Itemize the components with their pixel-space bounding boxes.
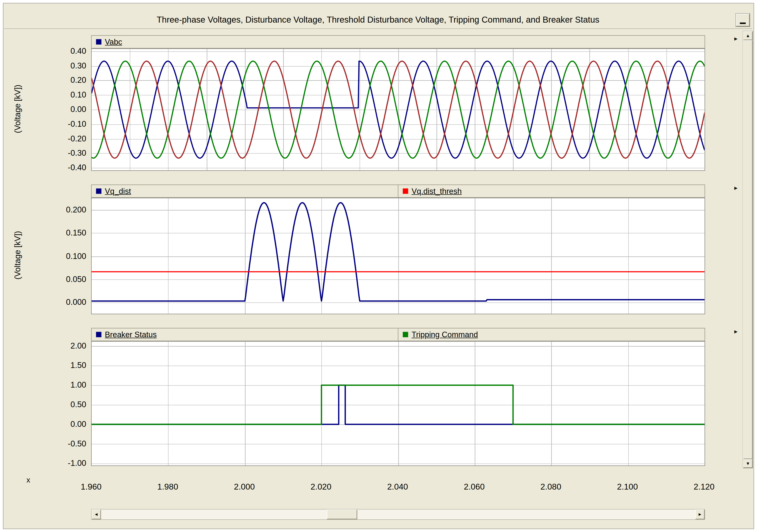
horizontal-scrollbar-thumb[interactable] xyxy=(327,510,357,519)
y-tick-label: 0.50 xyxy=(47,400,87,409)
scroll-down-arrow-icon[interactable]: ▼ xyxy=(743,459,753,468)
y-ticks-vabc: 0.400.300.200.100.00-0.10-0.20-0.30-0.40 xyxy=(47,48,87,170)
x-tick-label: 2.000 xyxy=(222,482,266,492)
y-axis-title-vq: (Voltage [kV]) xyxy=(13,182,22,328)
vertical-scrollbar-thumb[interactable] xyxy=(743,40,753,459)
y-tick-label: -0.20 xyxy=(47,134,87,143)
x-tick-label: 2.120 xyxy=(682,482,726,492)
legend-item[interactable]: Vabc xyxy=(92,36,705,48)
title-bar[interactable]: Three-phase Voltages, Disturbance Voltag… xyxy=(4,11,752,29)
legend-label: Vq.dist_thresh xyxy=(411,187,462,195)
y-tick-label: 0.10 xyxy=(47,90,87,99)
x-tick-label: 2.060 xyxy=(452,482,497,492)
legend-label: Tripping Command xyxy=(411,330,478,339)
y-tick-label: 0.050 xyxy=(47,274,87,283)
y-tick-label: 0.150 xyxy=(47,228,87,237)
y-tick-label: -1.00 xyxy=(47,459,87,467)
legend-item[interactable]: Vq.dist_thresh xyxy=(398,185,705,197)
legend-bar-breaker: Breaker StatusTripping Command xyxy=(91,328,705,341)
y-tick-label: 1.00 xyxy=(47,380,87,389)
y-ticks-breaker: 2.001.501.000.500.00-0.50-1.00 xyxy=(47,341,87,465)
legend-swatch xyxy=(403,332,408,337)
scroll-up-arrow-icon[interactable]: ▲ xyxy=(743,31,753,40)
legend-swatch xyxy=(96,332,102,337)
y-tick-label: 0.000 xyxy=(47,297,87,306)
y-axis-title-vabc: (Voltage [kV]) xyxy=(13,35,22,182)
legend-item[interactable]: Vq_dist xyxy=(92,185,398,197)
y-tick-label: 0.00 xyxy=(47,419,87,428)
plot-area-vq[interactable] xyxy=(91,198,705,314)
y-tick-label: -0.30 xyxy=(47,149,87,157)
plot-canvas-vq xyxy=(92,198,705,314)
scroll-left-arrow-icon[interactable]: ◄ xyxy=(92,510,101,519)
y-tick-label: -0.10 xyxy=(47,119,87,128)
scroll-right-arrow-icon[interactable]: ► xyxy=(695,510,705,519)
panel-expand-arrow-icon[interactable]: ► xyxy=(732,34,740,43)
plot-canvas-breaker xyxy=(92,342,705,466)
legend-bar-vabc: Vabc xyxy=(91,35,705,48)
y-tick-label: 2.00 xyxy=(47,341,87,350)
x-tick-labels: 1.9601.9802.0002.0202.0402.0602.0802.100… xyxy=(91,482,704,493)
y-tick-label: 0.200 xyxy=(47,205,87,214)
legend-item[interactable]: Tripping Command xyxy=(398,328,705,341)
y-tick-label: 0.100 xyxy=(47,251,87,260)
y-tick-label: 0.30 xyxy=(47,61,87,70)
x-tick-label: 2.080 xyxy=(529,482,573,492)
y-tick-label: 1.50 xyxy=(47,361,87,370)
legend-swatch xyxy=(96,39,102,44)
panel-expand-arrow-icon[interactable]: ► xyxy=(732,183,740,192)
plot-area-breaker[interactable] xyxy=(91,341,705,466)
y-tick-label: -0.50 xyxy=(47,439,87,448)
x-tick-label: 2.100 xyxy=(605,482,650,492)
vertical-scrollbar[interactable]: ▲ ▼ xyxy=(743,31,753,468)
x-axis-label: x xyxy=(26,476,30,484)
legend-swatch xyxy=(403,188,408,194)
y-ticks-vq: 0.2000.1500.1000.0500.000 xyxy=(47,198,87,313)
y-tick-label: 0.40 xyxy=(47,46,87,55)
minimize-icon xyxy=(740,23,746,24)
x-tick-label: 2.040 xyxy=(376,482,420,492)
y-tick-label: 0.20 xyxy=(47,75,87,84)
minimize-button[interactable] xyxy=(736,14,749,26)
legend-label: Vabc xyxy=(105,38,122,46)
y-tick-label: -0.40 xyxy=(47,163,87,172)
x-tick-label: 1.980 xyxy=(146,482,190,492)
y-tick-label: 0.00 xyxy=(47,105,87,113)
panel-expand-arrow-icon[interactable]: ► xyxy=(732,327,740,336)
legend-swatch xyxy=(96,188,102,194)
legend-bar-vq: Vq_distVq.dist_thresh xyxy=(91,184,705,198)
legend-item[interactable]: Breaker Status xyxy=(92,328,398,341)
legend-label: Vq_dist xyxy=(105,187,131,195)
plot-canvas-vabc xyxy=(92,49,705,170)
legend-label: Breaker Status xyxy=(105,330,157,339)
plot-area-vabc[interactable] xyxy=(91,48,705,171)
window-title: Three-phase Voltages, Disturbance Voltag… xyxy=(4,11,752,28)
waveform-Vq_dist xyxy=(92,203,705,301)
x-tick-label: 2.020 xyxy=(299,482,343,492)
pscad-graph-window: Three-phase Voltages, Disturbance Voltag… xyxy=(0,0,757,532)
x-tick-label: 1.960 xyxy=(69,482,113,492)
horizontal-scrollbar[interactable]: ◄ ► xyxy=(91,509,705,519)
